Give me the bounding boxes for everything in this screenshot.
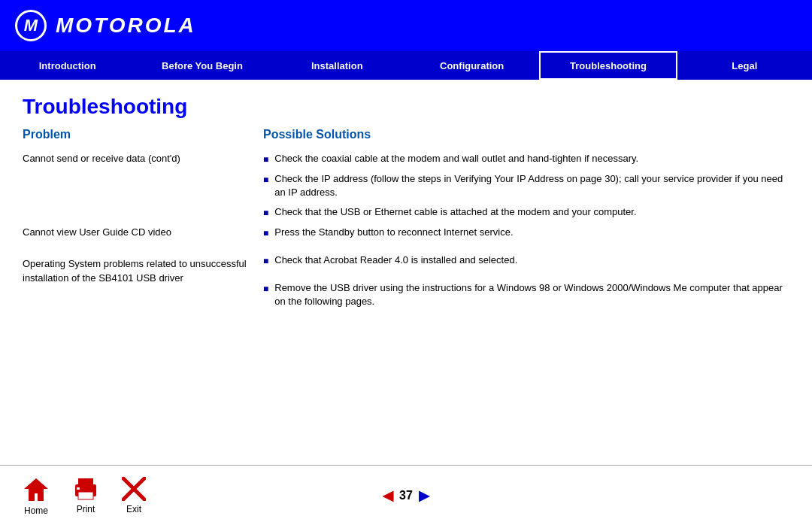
solution-text-1-4: Press the Standby button to reconnect In… [274, 226, 513, 239]
content-grid: Problem Cannot send or receive data (con… [23, 128, 789, 322]
nav-before-you-begin[interactable]: Before You Begin [135, 51, 269, 80]
problem-label-3: Operating System problems related to uns… [23, 257, 248, 284]
solution-text-1-3: Check that the USB or Ethernet cable is … [274, 205, 636, 219]
solution-group-3: ■ Remove the USB driver using the instru… [263, 281, 789, 308]
bullet-icon: ■ [263, 227, 268, 240]
solution-text-1-2: Check the IP address (follow the steps i… [274, 172, 789, 199]
svg-marker-0 [24, 478, 48, 501]
problem-item-3: Operating System problems related to uns… [23, 257, 248, 284]
home-button[interactable]: Home [23, 475, 50, 516]
nav-legal[interactable]: Legal [677, 51, 812, 80]
solution-text-2-1: Check that Acrobat Reader 4.0 is install… [274, 253, 517, 267]
bullet-icon: ■ [263, 255, 268, 268]
page-number-area: ◀ 37 ▶ [383, 487, 429, 504]
solution-item-1-2: ■ Check the IP address (follow the steps… [263, 172, 789, 199]
logo-m-icon: M [24, 16, 38, 35]
svg-rect-4 [77, 487, 80, 490]
footer: Home Print Exit ◀ 37 ▶ [0, 465, 812, 525]
problem-label-2: Cannot view User Guide CD video [23, 226, 248, 239]
problem-label-bold-1: Cannot send or receive data [23, 153, 145, 164]
next-page-button[interactable]: ▶ [419, 487, 429, 504]
exit-button[interactable]: Exit [122, 477, 146, 514]
solutions-header: Possible Solutions [263, 128, 789, 141]
problems-column: Problem Cannot send or receive data (con… [23, 128, 248, 322]
nav-configuration[interactable]: Configuration [404, 51, 539, 80]
footer-nav: Home Print Exit [23, 475, 146, 516]
print-label: Print [77, 504, 95, 514]
prev-page-button[interactable]: ◀ [383, 487, 393, 504]
home-label: Home [24, 505, 48, 516]
bullet-icon: ■ [263, 283, 268, 296]
exit-label: Exit [126, 504, 141, 514]
page-number: 37 [399, 489, 413, 502]
nav-troubleshooting[interactable]: Troubleshooting [539, 51, 677, 80]
svg-rect-3 [78, 492, 93, 499]
svg-rect-2 [78, 478, 93, 486]
exit-icon [122, 477, 146, 501]
solution-group-1: ■ Check the coaxial cable at the modem a… [263, 152, 789, 240]
problem-header: Problem [23, 128, 248, 141]
header: M MOTOROLA [0, 0, 812, 51]
solution-text-3-1: Remove the USB driver using the instruct… [274, 281, 789, 308]
problem-label-bold-3: Operating System problems related to uns… [23, 258, 247, 283]
logo-circle: M [15, 10, 47, 41]
navbar: Introduction Before You Begin Installati… [0, 51, 812, 80]
brand-name: MOTOROLA [56, 14, 196, 38]
bullet-icon: ■ [263, 174, 268, 187]
home-icon [23, 475, 50, 502]
solution-item-1-1: ■ Check the coaxial cable at the modem a… [263, 152, 789, 166]
print-icon [72, 477, 99, 501]
main-content: Troubleshooting Problem Cannot send or r… [0, 80, 812, 465]
solution-group-2: ■ Check that Acrobat Reader 4.0 is insta… [263, 253, 789, 268]
solution-item-2-1: ■ Check that Acrobat Reader 4.0 is insta… [263, 253, 789, 268]
solution-item-1-4: ■ Press the Standby button to reconnect … [263, 226, 789, 240]
solutions-column: Possible Solutions ■ Check the coaxial c… [256, 128, 789, 322]
nav-introduction[interactable]: Introduction [0, 51, 135, 80]
problem-label-1: Cannot send or receive data (cont'd) [23, 152, 248, 165]
problem-label-suffix-1: (cont'd) [145, 153, 180, 164]
problem-item-1: Cannot send or receive data (cont'd) [23, 152, 248, 165]
solution-text-1-1: Check the coaxial cable at the modem and… [274, 152, 638, 165]
bullet-icon: ■ [263, 207, 268, 220]
print-button[interactable]: Print [72, 477, 99, 514]
problem-label-bold-2: Cannot view User Guide CD video [23, 226, 171, 238]
bullet-icon: ■ [263, 153, 268, 166]
solution-item-3-1: ■ Remove the USB driver using the instru… [263, 281, 789, 308]
solution-item-1-3: ■ Check that the USB or Ethernet cable i… [263, 205, 789, 220]
problem-item-2: Cannot view User Guide CD video [23, 226, 248, 239]
page-title: Troubleshooting [23, 95, 789, 119]
nav-installation[interactable]: Installation [270, 51, 404, 80]
